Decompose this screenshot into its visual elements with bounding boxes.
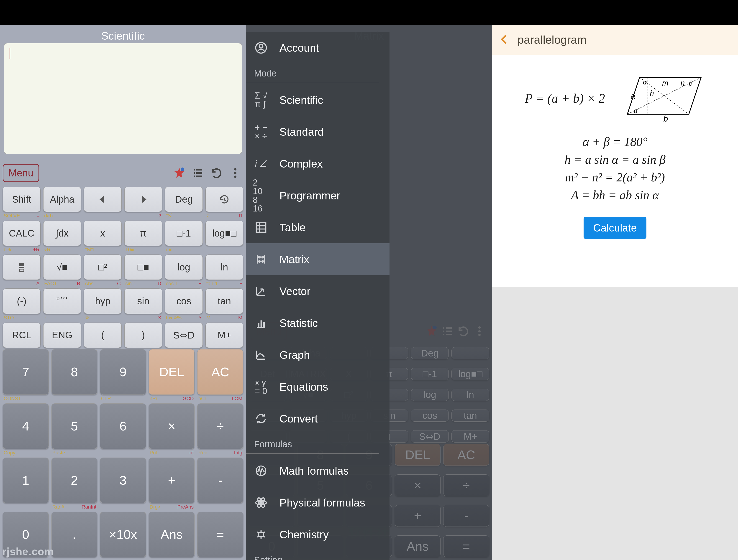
- svg-point-7: [433, 326, 437, 330]
- right-key[interactable]: [124, 187, 162, 212]
- digit-1-key[interactable]: 1: [3, 458, 49, 503]
- more-vert-icon: [471, 323, 487, 339]
- faded-mplus-key: M+: [451, 430, 489, 442]
- menu-label: Programmer: [280, 189, 340, 202]
- menu-label: Scientific: [280, 94, 323, 106]
- fraction-key[interactable]: [3, 254, 41, 280]
- dms-key[interactable]: °ʹʹʹ: [43, 289, 81, 314]
- svg-rect-4: [19, 263, 24, 266]
- sin-key[interactable]: sin: [124, 289, 162, 314]
- eng-key[interactable]: ENG: [43, 323, 81, 348]
- menu-item-table[interactable]: Table: [246, 211, 389, 243]
- menu-item-math-formulas[interactable]: Math formulas: [246, 455, 389, 487]
- svg-point-2: [234, 172, 237, 174]
- ans-key[interactable]: Ans: [149, 512, 195, 557]
- digit-7-key[interactable]: 7: [3, 349, 49, 395]
- svg-point-16: [259, 260, 260, 262]
- log-key[interactable]: log: [165, 254, 203, 280]
- svg-point-1: [234, 168, 237, 170]
- deg-key[interactable]: Deg: [165, 187, 203, 212]
- menu-item-physical-formulas[interactable]: Physical formulas: [246, 487, 389, 519]
- sd-key[interactable]: S⇔D: [165, 323, 203, 348]
- menu-item-programmer[interactable]: 2 108 16 Programmer: [246, 180, 389, 211]
- history-key[interactable]: [206, 187, 243, 212]
- star-icon[interactable]: [171, 165, 187, 181]
- menu-item-scientific[interactable]: Σ √π ∫ Scientific: [246, 84, 389, 116]
- digit-6-key[interactable]: 6: [100, 403, 146, 449]
- subtract-key[interactable]: -: [197, 458, 243, 503]
- sqrt-key[interactable]: √■: [43, 254, 81, 280]
- add-key[interactable]: +: [149, 458, 195, 503]
- menu-label: Physical formulas: [280, 497, 365, 509]
- menu-item-statistic[interactable]: Statistic: [246, 307, 389, 339]
- menu-label: Math formulas: [280, 465, 349, 477]
- digit-3-key[interactable]: 3: [100, 458, 146, 503]
- power-key[interactable]: □■: [124, 254, 162, 280]
- equals-key[interactable]: =: [197, 512, 243, 557]
- decimal-key[interactable]: .: [51, 512, 97, 557]
- faded-ac-key: AC: [443, 444, 489, 466]
- digit-2-key[interactable]: 2: [51, 458, 97, 503]
- alpha-key[interactable]: Alpha: [43, 187, 81, 212]
- shift-key[interactable]: Shift: [3, 187, 41, 212]
- rparen-key[interactable]: ): [124, 323, 162, 348]
- integral-key[interactable]: ∫dx: [43, 220, 81, 246]
- angles-formula: α + β = 180°: [501, 135, 729, 149]
- cos-key[interactable]: cos: [165, 289, 203, 314]
- mplus-key[interactable]: M+: [206, 323, 243, 348]
- faded-sd-key: S⇔D: [411, 430, 449, 442]
- input-cursor: [10, 48, 10, 59]
- account-icon: [253, 40, 269, 56]
- table-icon: [253, 219, 269, 235]
- ln-key[interactable]: ln: [206, 254, 243, 280]
- calc-key[interactable]: CALC: [3, 220, 41, 246]
- menu-item-matrix[interactable]: Matrix: [246, 243, 389, 275]
- ac-key[interactable]: AC: [197, 349, 243, 395]
- lparen-key[interactable]: (: [84, 323, 122, 348]
- x-key[interactable]: x: [84, 220, 122, 246]
- digit-8-key[interactable]: 8: [51, 349, 97, 395]
- menu-label: Chemistry: [280, 528, 329, 541]
- svg-text:h: h: [650, 89, 654, 97]
- menu-item-vector[interactable]: Vector: [246, 275, 389, 307]
- list-icon[interactable]: [190, 165, 206, 181]
- menu-button[interactable]: Menu: [3, 164, 39, 182]
- faded-mul-key: ×: [395, 474, 441, 496]
- menu-item-convert[interactable]: Convert: [246, 403, 389, 435]
- calculate-button[interactable]: Calculate: [584, 217, 647, 239]
- faded-div-key: ÷: [443, 474, 489, 496]
- graph-icon: [253, 347, 269, 363]
- hyp-key[interactable]: hyp: [84, 289, 122, 314]
- rcl-key[interactable]: RCL: [3, 323, 41, 348]
- exp10-key[interactable]: ×10x: [100, 512, 146, 557]
- square-key[interactable]: □²: [84, 254, 122, 280]
- shift-labels-row9: Ran#RanInt Drg>PreAns: [3, 504, 243, 510]
- menu-label: Vector: [280, 285, 311, 298]
- menu-label: Equations: [280, 381, 328, 393]
- logab-key[interactable]: log■□: [206, 220, 243, 246]
- digit-9-key[interactable]: 9: [100, 349, 146, 395]
- negate-key[interactable]: (-): [3, 289, 41, 314]
- back-button[interactable]: [498, 33, 511, 46]
- power-neg1-key[interactable]: □-1: [165, 220, 203, 246]
- menu-item-chemistry[interactable]: Chemistry: [246, 519, 389, 550]
- divide-key[interactable]: ÷: [197, 403, 243, 449]
- undo-icon[interactable]: [209, 165, 225, 181]
- digit-4-key[interactable]: 4: [3, 403, 49, 449]
- svg-point-0: [180, 167, 184, 171]
- menu-item-complex[interactable]: i ∠ Complex: [246, 148, 389, 180]
- calculator-display[interactable]: [4, 43, 242, 154]
- digit-5-key[interactable]: 5: [51, 403, 97, 449]
- svg-text:α: α: [634, 107, 638, 114]
- menu-item-graph[interactable]: Graph: [246, 339, 389, 371]
- multiply-key[interactable]: ×: [149, 403, 195, 449]
- faded-log-key: log: [411, 389, 449, 401]
- menu-item-account[interactable]: Account: [246, 32, 389, 64]
- menu-item-standard[interactable]: + −× ÷ Standard: [246, 116, 389, 148]
- pi-key[interactable]: π: [124, 220, 162, 246]
- more-vert-icon[interactable]: [227, 165, 243, 181]
- tan-key[interactable]: tan: [206, 289, 243, 314]
- menu-item-equations[interactable]: x y= 0 Equations: [246, 371, 389, 403]
- left-key[interactable]: [84, 187, 122, 212]
- del-key[interactable]: DEL: [149, 349, 195, 395]
